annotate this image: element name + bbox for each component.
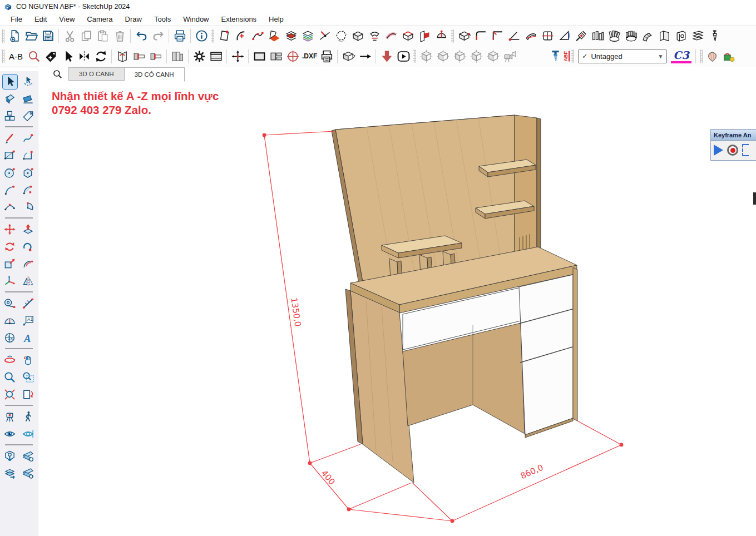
copy-button[interactable] — [78, 28, 95, 44]
play-icon[interactable] — [714, 145, 723, 156]
paint-bucket-tool[interactable] — [2, 91, 18, 107]
joint-connector-b-button[interactable] — [147, 48, 164, 64]
corner-profile-b-icon[interactable] — [489, 28, 506, 44]
view-back-icon[interactable] — [485, 48, 501, 64]
zoom-window-tool[interactable] — [21, 370, 36, 385]
cage-box-icon[interactable] — [539, 28, 556, 44]
search-magnifier-icon[interactable] — [26, 48, 42, 64]
open-file-button[interactable] — [23, 28, 39, 44]
layers-red-icon[interactable] — [283, 28, 299, 44]
right-scrollbar-fragment[interactable] — [753, 192, 756, 205]
sail-surface-icon[interactable] — [556, 28, 572, 44]
offset-tool[interactable] — [21, 256, 36, 272]
keyframe-panel-title[interactable]: Keyframe An — [711, 130, 756, 141]
component-download-tool[interactable] — [2, 449, 18, 464]
freehand-tool[interactable] — [21, 131, 36, 146]
menu-camera[interactable]: Camera — [81, 15, 118, 23]
toolbar-drag-handle[interactable] — [2, 29, 4, 43]
joint-connector-a-button[interactable] — [131, 48, 147, 64]
view-top-icon[interactable] — [434, 48, 451, 64]
zoom-extents-tool[interactable] — [2, 387, 18, 403]
orbit-tool[interactable] — [2, 353, 18, 368]
angle-vertex-icon[interactable] — [506, 28, 522, 44]
visibility-tool[interactable] — [21, 426, 36, 442]
paste-button[interactable] — [95, 28, 111, 44]
circle-tool[interactable] — [2, 165, 18, 181]
toolbar-drag-handle[interactable] — [451, 29, 454, 43]
move-cross-button[interactable] — [229, 48, 246, 64]
dxf-export-button[interactable]: .DXF — [301, 52, 318, 60]
layers-color-icon[interactable] — [299, 28, 316, 44]
red-frame-box-icon[interactable] — [399, 28, 416, 44]
model-viewport[interactable]: Nhận thiết kế A -Z mọi lĩnh vực 0792 403… — [38, 82, 756, 536]
tag-filter-dropdown[interactable]: ✓ Untagged ▼ — [578, 49, 667, 63]
layout-panels-button[interactable] — [268, 48, 284, 64]
play-animation-button[interactable] — [395, 48, 412, 64]
doc-pin-icon[interactable] — [216, 28, 233, 44]
dome-pin-icon[interactable] — [433, 28, 449, 44]
screw-icon[interactable] — [706, 28, 723, 44]
open-box-icon[interactable] — [349, 28, 366, 44]
toolbar-drag-handle[interactable] — [700, 49, 703, 63]
print-button[interactable] — [171, 28, 188, 44]
flatten-tool-a[interactable] — [21, 449, 36, 464]
columns-icon[interactable] — [589, 28, 606, 44]
menu-file[interactable]: File — [4, 15, 28, 23]
delete-button[interactable] — [111, 28, 128, 44]
rectangle-tool[interactable] — [2, 148, 18, 163]
follow-me-tool[interactable] — [21, 239, 36, 255]
abf-tool-button[interactable]: ABF — [547, 48, 570, 64]
toolbar-drag-handle[interactable] — [211, 29, 214, 43]
look-around-tool[interactable] — [2, 426, 18, 442]
save-button[interactable] — [39, 28, 56, 44]
pink-pipe-icon[interactable] — [383, 28, 399, 44]
layers-export-tool[interactable] — [2, 466, 18, 482]
tab-3d-o-canh[interactable]: 3D O CANH — [68, 67, 125, 81]
mirror-flip-button[interactable] — [76, 48, 92, 64]
toolbar-drag-handle[interactable] — [2, 49, 4, 63]
cabinet-panels-button[interactable] — [169, 48, 186, 64]
compass-tool[interactable] — [2, 330, 18, 346]
tag-tool[interactable] — [21, 108, 36, 124]
axes-tool[interactable] — [2, 274, 18, 289]
redo-button[interactable] — [150, 28, 166, 44]
menu-window[interactable]: Window — [177, 15, 215, 23]
dimension-tool[interactable] — [21, 296, 36, 311]
pan-tool[interactable] — [21, 353, 36, 368]
scene-search-icon[interactable] — [52, 69, 63, 82]
shell-curve-icon[interactable] — [522, 28, 539, 44]
box-node-icon[interactable] — [456, 28, 472, 44]
position-camera-tool[interactable] — [2, 409, 18, 425]
ab-dimension-button[interactable]: A-B — [6, 52, 26, 61]
zoom-tool[interactable] — [2, 370, 18, 385]
protractor-tool[interactable] — [2, 313, 18, 329]
bezier-points-icon[interactable] — [249, 28, 266, 44]
speaker-box-icon[interactable] — [673, 28, 689, 44]
menu-draw[interactable]: Draw — [119, 15, 148, 23]
select-cursor-button[interactable] — [59, 48, 76, 64]
model-info-button[interactable] — [193, 28, 210, 44]
folded-sheet-icon[interactable] — [656, 28, 673, 44]
cutlist-table-button[interactable] — [207, 48, 224, 64]
tape-measure-tool[interactable] — [2, 296, 18, 311]
view-right-icon[interactable] — [468, 48, 485, 64]
arc-tool[interactable] — [2, 182, 18, 198]
axis-needle-icon[interactable] — [316, 28, 333, 44]
corner-profile-a-icon[interactable] — [472, 28, 489, 44]
flatten-tool-b[interactable] — [21, 466, 36, 482]
download-arrow-button[interactable] — [378, 48, 395, 64]
folded-panel-button[interactable] — [114, 48, 131, 64]
three-point-arc-tool[interactable] — [2, 200, 18, 215]
menu-help[interactable]: Help — [263, 15, 290, 23]
walk-tool[interactable] — [21, 409, 36, 425]
rotate-tool[interactable] — [2, 239, 18, 255]
flag-face-icon[interactable] — [266, 28, 283, 44]
move-tool[interactable] — [2, 222, 18, 237]
menu-view[interactable]: View — [53, 15, 81, 23]
column-cluster-icon[interactable] — [606, 28, 622, 44]
scale-tool[interactable] — [2, 256, 18, 272]
select-tool[interactable] — [2, 74, 18, 90]
push-pull-tool[interactable] — [21, 222, 36, 237]
pie-tool[interactable] — [21, 200, 36, 215]
tab-3d-co-canh[interactable]: 3D CÓ CANH — [125, 67, 185, 82]
